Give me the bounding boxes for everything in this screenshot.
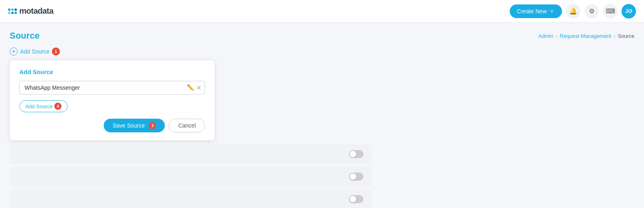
create-new-label: Create New <box>517 8 547 14</box>
save-source-label: Save Source <box>113 122 145 129</box>
toggle-1[interactable] <box>349 150 363 158</box>
plus-circle-icon: + <box>10 47 18 56</box>
notifications-button[interactable]: 🔔 <box>566 4 580 19</box>
logo-text: motadata <box>19 6 53 16</box>
source-input-row: ✏️ ✕ <box>19 81 205 95</box>
logo-dot-4 <box>8 12 10 14</box>
breadcrumb-admin[interactable]: Admin <box>538 33 553 39</box>
toggle-2[interactable] <box>349 173 363 181</box>
breadcrumb: Admin › Request Management › Source <box>538 33 634 39</box>
page-title: Source <box>10 31 40 41</box>
table-row <box>10 167 371 186</box>
source-name-input[interactable] <box>23 81 185 94</box>
logo-dot-1 <box>8 8 10 11</box>
breadcrumb-current: Source <box>618 33 634 39</box>
bell-icon: 🔔 <box>569 7 577 15</box>
add-source-top-badge: 1 <box>52 47 60 56</box>
logo-dot-2 <box>11 8 14 11</box>
add-source-inline-button[interactable]: Add Source 4 <box>19 100 68 112</box>
toggle-3[interactable] <box>349 195 363 203</box>
keyboard-icon: ⌨ <box>606 7 615 15</box>
settings-button[interactable]: ⚙ <box>585 4 599 19</box>
header: motadata Create New ＋ 🔔 ⚙ ⌨ JO <box>0 0 644 23</box>
logo-dot-3 <box>14 8 17 11</box>
logo-dots <box>8 8 17 14</box>
add-source-row: + Add Source 1 <box>10 47 634 56</box>
add-source-inline-label: Add Source <box>25 103 53 109</box>
page-header: Source Admin › Request Management › Sour… <box>10 31 634 41</box>
edit-icon[interactable]: ✏️ <box>187 84 195 91</box>
table-row <box>10 144 371 164</box>
keyboard-button[interactable]: ⌨ <box>603 4 617 19</box>
add-source-top-label: Add Source <box>20 48 49 55</box>
add-source-card: Add Source ✏️ ✕ Add Source 4 Save Source… <box>10 60 215 140</box>
save-source-button[interactable]: Save Source 3 <box>104 119 165 132</box>
add-source-top-button[interactable]: + Add Source 1 <box>10 47 60 56</box>
logo-dot-5 <box>11 12 14 14</box>
page-content: Source Admin › Request Management › Sour… <box>0 23 644 208</box>
card-actions: Save Source 3 Cancel <box>19 119 205 132</box>
add-source-inline-badge: 4 <box>54 103 62 110</box>
clear-icon[interactable]: ✕ <box>196 84 201 92</box>
gear-icon: ⚙ <box>589 7 595 15</box>
user-avatar-button[interactable]: JO <box>621 4 636 19</box>
breadcrumb-sep-1: › <box>556 33 557 39</box>
create-new-button[interactable]: Create New ＋ <box>510 4 562 18</box>
logo-dot-6 <box>14 12 17 14</box>
save-source-badge: 3 <box>149 122 156 129</box>
cancel-button[interactable]: Cancel <box>169 119 205 132</box>
breadcrumb-request-management[interactable]: Request Management <box>560 33 611 39</box>
breadcrumb-sep-2: › <box>613 33 615 39</box>
logo: motadata <box>8 6 53 16</box>
plus-icon: ＋ <box>549 8 555 15</box>
table-row <box>10 189 371 208</box>
card-title: Add Source <box>19 68 205 75</box>
avatar-initials: JO <box>625 8 632 14</box>
source-list: Phone Chat External <box>10 144 634 208</box>
header-actions: Create New ＋ 🔔 ⚙ ⌨ JO <box>510 4 636 19</box>
